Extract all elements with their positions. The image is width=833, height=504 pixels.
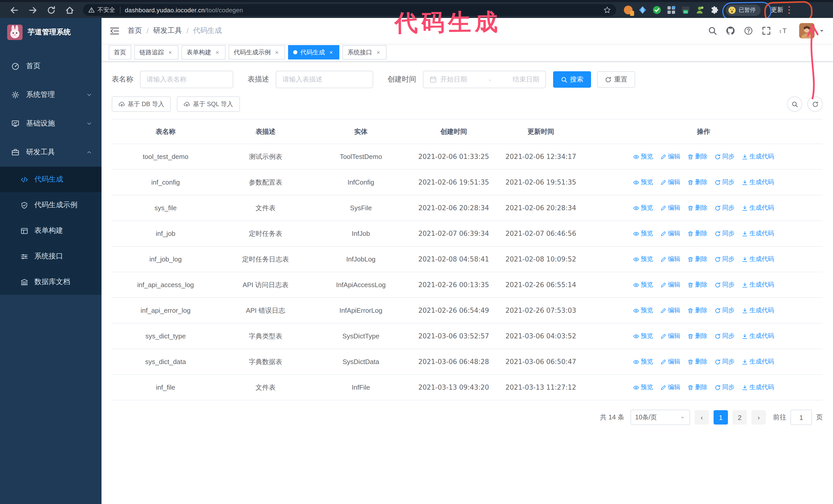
fullscreen-icon[interactable] <box>762 26 771 35</box>
action-eye-link[interactable]: 预览 <box>633 381 653 393</box>
sidebar-item-monitor[interactable]: 基础设施 <box>0 109 101 138</box>
address-bar[interactable]: 不安全 dashboard.yudao.iocoder.cn/tool/code… <box>83 4 616 16</box>
browser-reload-icon[interactable] <box>47 5 56 15</box>
action-eye-link[interactable]: 预览 <box>633 176 653 188</box>
action-del-link[interactable]: 删除 <box>687 253 708 265</box>
app-logo-row[interactable]: 芋道管理系统 <box>0 18 101 47</box>
prev-page-button[interactable]: ‹ <box>695 410 709 425</box>
action-del-link[interactable]: 删除 <box>687 381 708 393</box>
action-refresh-link[interactable]: 同步 <box>715 381 735 393</box>
action-eye-link[interactable]: 预览 <box>633 202 653 214</box>
sidebar-item-gear[interactable]: 系统管理 <box>0 80 101 109</box>
browser-home-icon[interactable] <box>65 5 74 15</box>
action-refresh-link[interactable]: 同步 <box>715 227 735 239</box>
reset-button[interactable]: 重置 <box>597 71 635 88</box>
ext-switch[interactable]: on <box>681 6 690 14</box>
search-icon[interactable] <box>708 26 717 35</box>
table-name-input[interactable]: 请输入表名称 <box>140 71 233 88</box>
textsize-icon[interactable]: tT <box>780 26 789 35</box>
ext-gem[interactable] <box>638 6 647 14</box>
page-size-select[interactable]: 10条/页 <box>630 410 690 425</box>
action-del-link[interactable]: 删除 <box>687 305 708 316</box>
goto-page-input[interactable]: 1 <box>790 410 812 425</box>
action-edit-link[interactable]: 编辑 <box>660 227 680 239</box>
bookmark-star-icon[interactable] <box>603 6 611 14</box>
action-del-link[interactable]: 删除 <box>687 356 708 368</box>
action-del-link[interactable]: 删除 <box>687 279 708 291</box>
action-refresh-link[interactable]: 同步 <box>715 151 735 163</box>
breadcrumb-dev-tools[interactable]: 研发工具 <box>153 26 182 35</box>
action-refresh-link[interactable]: 同步 <box>715 279 735 291</box>
action-eye-link[interactable]: 预览 <box>633 330 653 342</box>
action-download-link[interactable]: 生成代码 <box>742 202 774 214</box>
action-edit-link[interactable]: 编辑 <box>660 279 680 291</box>
sidebar-subitem-sliders[interactable]: 系统接口 <box>0 243 101 269</box>
action-download-link[interactable]: 生成代码 <box>742 356 774 368</box>
tab-4[interactable]: 代码生成× <box>288 45 339 59</box>
action-eye-link[interactable]: 预览 <box>633 279 653 291</box>
sidebar-subitem-dbdoc[interactable]: 数据库文档 <box>0 269 101 295</box>
action-refresh-link[interactable]: 同步 <box>715 176 735 188</box>
action-eye-link[interactable]: 预览 <box>633 305 653 316</box>
page-button-1[interactable]: 1 <box>714 410 728 425</box>
tab-2[interactable]: 表单构建× <box>182 45 225 59</box>
sidebar-subitem-code[interactable]: 代码生成 <box>0 167 101 192</box>
action-edit-link[interactable]: 编辑 <box>660 176 680 188</box>
action-del-link[interactable]: 删除 <box>687 151 708 163</box>
action-del-link[interactable]: 删除 <box>687 202 708 214</box>
action-eye-link[interactable]: 预览 <box>633 151 653 163</box>
tab-home[interactable]: 首页 <box>109 45 131 59</box>
action-eye-link[interactable]: 预览 <box>633 253 653 265</box>
toggle-search-button[interactable] <box>787 96 802 112</box>
action-eye-link[interactable]: 预览 <box>633 227 653 239</box>
security-warning-icon[interactable] <box>88 7 95 13</box>
browser-forward-icon[interactable] <box>28 5 38 15</box>
action-eye-link[interactable]: 预览 <box>633 356 653 368</box>
action-refresh-link[interactable]: 同步 <box>715 202 735 214</box>
action-edit-link[interactable]: 编辑 <box>660 330 680 342</box>
ext-person[interactable] <box>696 6 704 14</box>
tab-3[interactable]: 代码生成示例× <box>229 45 285 59</box>
search-button[interactable]: 搜索 <box>553 71 591 88</box>
action-edit-link[interactable]: 编辑 <box>660 381 680 393</box>
tab-close-icon[interactable]: × <box>167 49 173 55</box>
tab-close-icon[interactable]: × <box>375 49 381 55</box>
page-url[interactable]: dashboard.yudao.iocoder.cn/tool/codegen <box>125 6 243 14</box>
sidebar-item-toolbox[interactable]: 研发工具 <box>0 138 101 167</box>
action-refresh-link[interactable]: 同步 <box>715 305 735 316</box>
action-edit-link[interactable]: 编辑 <box>660 253 680 265</box>
sidebar-toggle-icon[interactable] <box>110 26 119 35</box>
action-refresh-link[interactable]: 同步 <box>715 330 735 342</box>
sidebar-item-dashboard[interactable]: 首页 <box>0 52 101 80</box>
action-download-link[interactable]: 生成代码 <box>742 305 774 316</box>
avatar-caret-down-icon[interactable] <box>819 28 825 34</box>
action-download-link[interactable]: 生成代码 <box>742 381 774 393</box>
action-download-link[interactable]: 生成代码 <box>742 176 774 188</box>
security-label[interactable]: 不安全 <box>97 6 115 14</box>
browser-back-icon[interactable] <box>10 5 19 15</box>
action-refresh-link[interactable]: 同步 <box>715 253 735 265</box>
date-range-input[interactable]: 开始日期 - 结束日期 <box>423 71 546 88</box>
action-edit-link[interactable]: 编辑 <box>660 356 680 368</box>
action-download-link[interactable]: 生成代码 <box>742 279 774 291</box>
page-button-2[interactable]: 2 <box>733 410 747 425</box>
github-icon[interactable] <box>726 26 735 35</box>
tab-close-icon[interactable]: × <box>328 49 334 55</box>
table-desc-input[interactable]: 请输入表描述 <box>276 71 373 88</box>
tab-1[interactable]: 链路追踪× <box>134 45 178 59</box>
user-avatar[interactable] <box>799 23 814 39</box>
action-del-link[interactable]: 删除 <box>687 176 708 188</box>
import-sql-button[interactable]: 基于 SQL 导入 <box>177 96 240 112</box>
import-db-button[interactable]: 基于 DB 导入 <box>112 96 171 112</box>
tab-close-icon[interactable]: × <box>214 49 220 55</box>
ext-grid[interactable] <box>667 6 675 14</box>
sidebar-subitem-shield[interactable]: 代码生成示例 <box>0 192 101 218</box>
refresh-table-button[interactable] <box>807 96 823 112</box>
ext-check[interactable] <box>652 6 661 14</box>
tab-close-icon[interactable]: × <box>274 49 280 55</box>
action-download-link[interactable]: 生成代码 <box>742 151 774 163</box>
browser-profile-chip[interactable]: 已暂停 <box>726 4 761 16</box>
action-del-link[interactable]: 删除 <box>687 227 708 239</box>
browser-menu-kebab-icon[interactable] <box>788 6 790 14</box>
action-download-link[interactable]: 生成代码 <box>742 330 774 342</box>
